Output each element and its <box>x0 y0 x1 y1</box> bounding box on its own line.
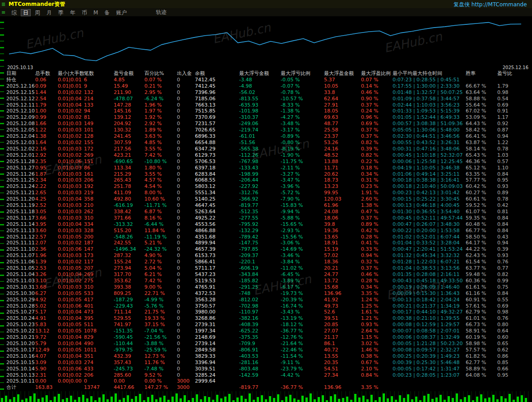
table-row[interactable]: 2025.11.033.100.01|0.02275353.627.42 %05… <box>6 278 530 284</box>
table-row[interactable]: 2025.10.219.720.01|0.04829-590.45-21.56 … <box>6 334 530 341</box>
table-cell: 0.01|0.04 <box>58 102 84 108</box>
table-cell: 0 <box>177 209 195 215</box>
table-row[interactable]: 2025.11.183.050.01|0.03262338.426.87 %05… <box>6 209 530 215</box>
table-cell: 6654.88 <box>195 140 239 146</box>
table-row[interactable]: 2025.11.173.660.01|0.03310371.668.16 %04… <box>6 215 530 221</box>
toolbar-item-2[interactable]: 周 <box>33 9 42 16</box>
table-row[interactable]: 2025.10.153.090.01|0.03274357.4311.76 %0… <box>6 360 530 366</box>
toolbar-item-6[interactable]: 币 <box>80 9 89 16</box>
table-row[interactable]: 2025.10.244.910.01|0.04395529.5519.33 %0… <box>6 315 530 322</box>
table-cell: 0 <box>177 102 195 108</box>
table-row[interactable]: 2025.11.261.870.01|0.03161215.293.55 %06… <box>6 171 530 178</box>
toolbar-item-7[interactable]: M <box>92 9 100 16</box>
table-cell: -382.16 <box>239 315 281 322</box>
table-row[interactable]: 2025.11.052.530.01|0.05207273.945.04 %05… <box>6 265 530 271</box>
table-cell: 22.71 % <box>144 290 177 297</box>
table-row[interactable]: 2025.10.164.070.01|0.04351432.3912.73 %0… <box>6 353 530 360</box>
toolbar-item-4[interactable]: 季 <box>56 9 65 16</box>
table-row[interactable]: 2025.10.132.310.01|0.02206285.609.52 %03… <box>6 372 530 379</box>
table-row[interactable]: 2025.11.112.070.01|0.02187242.555.21 %04… <box>6 240 530 246</box>
table-row[interactable]: 持仓0.060.01|0.0164.850.07 %07412.45-3.48-… <box>6 77 530 83</box>
table-row[interactable]: 2025.12.122.540.01|0.04214-478.07-6.24 %… <box>6 96 530 102</box>
table-row[interactable]: 2025.11.122.570.01|0.05200-548.26-11.19 … <box>6 234 530 240</box>
toolbar-menu-icon[interactable]: ≡ <box>1 9 7 15</box>
toolbar-item-9[interactable]: 账户 <box>114 9 129 16</box>
table-row[interactable]: 2025.11.143.950.01|0.04334-313.32-6.44 %… <box>6 221 530 228</box>
table-cell: -20.39 % <box>281 297 324 303</box>
toolbar-item-3[interactable]: 月 <box>45 9 54 16</box>
table-row[interactable]: 2025.11.192.520.01|0.03210-616.19-11.71 … <box>6 202 530 209</box>
table-row[interactable]: 2025.10.294.920.01|0.05417-187.29-4.99 %… <box>6 297 530 303</box>
table-row[interactable]: 2025.10.306.270.01|0.05533809.2522.71 %0… <box>6 290 530 297</box>
table-row[interactable]: 2025.12.101.000.01|0.0294145.161.97 %075… <box>6 108 530 114</box>
table-cell: 4.07 <box>35 353 58 360</box>
table-row[interactable]: 2025.12.031.640.01|0.02155307.594.85 %06… <box>6 140 530 146</box>
table-cell: -13.19 % <box>281 315 324 322</box>
toolbar-item-trajectory[interactable]: 轨迹 <box>156 9 167 16</box>
table-cell: 5551.34 <box>195 190 239 196</box>
table-row[interactable]: 2025.12.090.990.01|0.0281139.121.92 %073… <box>6 114 530 121</box>
table-cell: 最小|大手数 <box>58 70 84 77</box>
equity-curve-svg <box>5 16 532 63</box>
table-row[interactable]: 2025.10.205.790.01|0.04490-110.44-3.88 %… <box>6 341 530 347</box>
table-cell: 0.01|0.06 <box>58 159 84 165</box>
table-cell: -5.72 % <box>281 190 324 196</box>
table-cell: -24.32 % <box>144 246 177 252</box>
table-row[interactable]: 2025.10.313.680.01|0.03310393.389.00 %04… <box>6 284 530 290</box>
table-cell: 2025.10.27 <box>6 309 35 315</box>
toolbar-item-5[interactable]: 年 <box>68 9 77 16</box>
table-row[interactable]: 2025.12.041.380.01|0.02128241.453.63 %06… <box>6 133 530 140</box>
table-cell: 最大浮盈金额 <box>324 70 361 77</box>
table-row[interactable]: 2025.11.252.340.01|0.03206265.434.57 %06… <box>6 177 530 183</box>
table-cell: 0 <box>177 234 195 240</box>
table-row[interactable]: 2025.12.051.220.01|0.03101130.321.89 %07… <box>6 127 530 133</box>
table-total-row[interactable]: 合计163.83137474417.66147.27 %3000-819.77-… <box>6 384 530 391</box>
toolbar-item-8[interactable]: 备 <box>102 9 111 16</box>
table-cell: 411.09 <box>114 190 144 196</box>
table-row[interactable]: 2025.11.282.350.01|0.06151-690.65-10.80 … <box>6 159 530 165</box>
menu-icon[interactable]: ≣ <box>1 1 7 7</box>
table-row[interactable]: 2025.12.151.440.01|0.02132211.902.95 %07… <box>6 89 530 96</box>
table-cell: 0.94 <box>497 133 521 140</box>
toolbar-item-1[interactable]: 日 <box>21 9 30 16</box>
table-cell: 0.81 <box>497 209 521 215</box>
table-cell: 0 <box>177 171 195 178</box>
table-cell: 最大浮亏金额 <box>239 70 281 77</box>
table-row[interactable]: 2025.12.081.660.01|0.03149204.922.92 %07… <box>6 121 530 127</box>
table-row[interactable]: 2025.11.204.250.01|0.04358492.8010.60 %0… <box>6 196 530 202</box>
table-row[interactable]: 2025.11.071.960.01|0.03173287.324.90 %06… <box>6 252 530 259</box>
table-row[interactable]: 2025.11.270.950.01|0.0386113.341.80 %063… <box>6 165 530 171</box>
table-row[interactable]: 2025.12.012.920.01|0.02269423.217.42 %06… <box>6 152 530 159</box>
website-link[interactable]: 复盘侠 http://MTCommande <box>453 1 527 9</box>
table-row[interactable]: 2025.12.111.790.01|0.04133147.281.96 %07… <box>6 102 530 108</box>
table-row[interactable]: 2025.10.235.830.01|0.05511741.9737.15 %0… <box>6 322 530 328</box>
volume-bar <box>236 397 239 402</box>
table-cell: 0.23 % <box>361 183 393 190</box>
table-row[interactable]: 2025.11.133.600.01|0.03328515.2011.84 %0… <box>6 228 530 234</box>
table-cell: 0 <box>177 334 195 341</box>
table-cell: 0:00:05 | 1:21:28 | 50:23:20 <box>393 341 466 347</box>
table-row[interactable]: 2025.11.043.260.01|0.04269317.706.21 %05… <box>6 271 530 278</box>
table-row[interactable]: 2025.10.275.170.01|0.04473711.1421.75 %0… <box>6 309 530 315</box>
table-row[interactable]: 2025.10.110.000.00|0.0000.000.00 %300029… <box>6 378 530 384</box>
volume-bar <box>180 398 182 402</box>
table-cell: 6153.73 <box>195 252 239 259</box>
table-cell: 0.65 <box>497 341 521 347</box>
table-row[interactable]: 2025.11.242.220.01|0.03192251.784.54 %05… <box>6 183 530 190</box>
table-cell: 69.63 <box>324 114 361 121</box>
table-row[interactable]: 2025.12.160.090.01|0.01915.490.21 %07412… <box>6 83 530 89</box>
table-cell: 0:00:08 | 0:09:57 | 2:32:27 <box>393 347 466 353</box>
table-cell: 盈亏金额 <box>114 70 144 77</box>
table-row[interactable]: 2025.10.1712.490.01|0.051011-979.75-25.5… <box>6 347 530 353</box>
table-row[interactable]: 2025.10.285.020.01|0.06401-229.43-5.76 %… <box>6 303 530 309</box>
table-row[interactable]: 2025.11.212.650.01|0.03219411.098.00 %05… <box>6 190 530 196</box>
volume-bar <box>253 400 255 402</box>
table-row[interactable]: 2025.10.145.900.01|0.06433-245.73-7.48 %… <box>6 366 530 372</box>
table-cell: 6068.55 <box>195 177 239 183</box>
table-row[interactable]: 2025.10.2213.120.01|0.051078-151.35-7.04… <box>6 328 530 334</box>
table-row[interactable]: 2025.11.061.390.01|0.02117155.242.72 %05… <box>6 259 530 265</box>
table-row[interactable]: 2025.12.022.160.01|0.03172217.563.55 %06… <box>6 146 530 152</box>
toolbar-item-0[interactable]: 综 <box>9 9 19 16</box>
table-row[interactable]: 2025.11.102.360.01|0.06147-1496.34-24.32… <box>6 246 530 252</box>
table-cell: 809.25 <box>114 290 144 297</box>
